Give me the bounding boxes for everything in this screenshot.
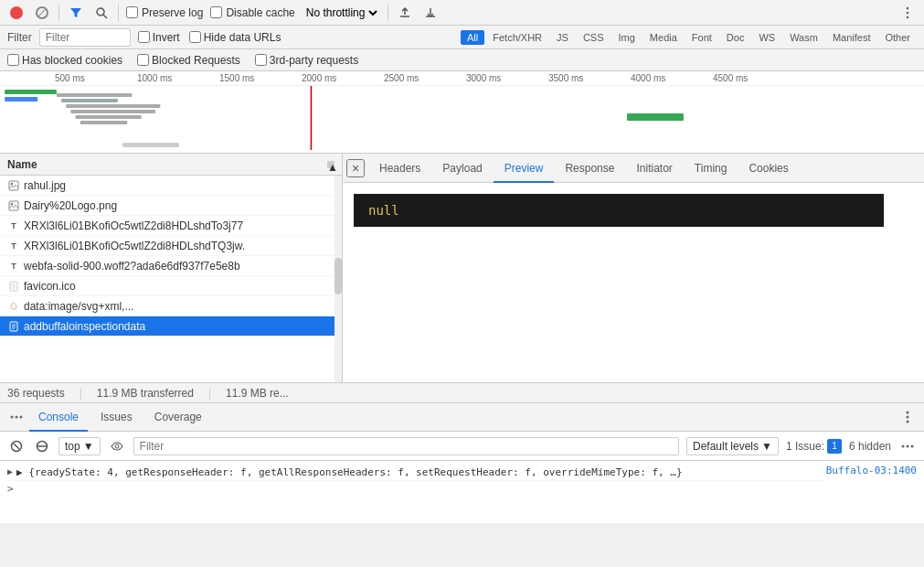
blocked-requests-label[interactable]: Blocked Requests [137, 54, 240, 67]
type-btn-ws[interactable]: WS [752, 30, 781, 45]
scroll-up-btn[interactable]: ▲ [327, 161, 335, 168]
search-button[interactable] [92, 4, 111, 22]
throttle-select[interactable]: No throttling [303, 5, 380, 20]
tab-initiator[interactable]: Initiator [625, 154, 683, 183]
type-btn-other[interactable]: Other [878, 30, 917, 45]
console-prompt[interactable]: > [7, 481, 917, 497]
search-icon [95, 6, 108, 19]
disable-cache-checkbox-label[interactable]: Disable cache [210, 6, 294, 19]
top-context-selector[interactable]: top ▼ [58, 437, 101, 455]
type-btn-fetch-xhr[interactable]: Fetch/XHR [486, 30, 548, 45]
type-btn-doc[interactable]: Doc [720, 30, 751, 45]
filter-input[interactable] [39, 28, 131, 47]
tl-4500: 4500 ms [713, 73, 748, 83]
console-filter-input[interactable] [133, 437, 679, 455]
console-hide-network-button[interactable] [33, 437, 51, 455]
network-list[interactable]: rahul.jpg Dairy%20Logo.png T XRXl3l6Li01… [0, 176, 342, 382]
issue-count-badge[interactable]: 1 [827, 439, 842, 454]
extra-checks-bar: Has blocked cookies Blocked Requests 3rd… [0, 49, 924, 71]
tl-1500: 1500 ms [219, 73, 254, 83]
hide-data-urls-checkbox[interactable] [189, 31, 201, 43]
console-eye-button[interactable] [108, 437, 126, 455]
tl-1000: 1000 ms [137, 73, 172, 83]
disable-cache-checkbox[interactable] [210, 6, 222, 18]
type-btn-js[interactable]: JS [550, 30, 575, 45]
name-column-header: Name [7, 158, 37, 171]
console-more-btn[interactable] [898, 437, 917, 455]
preserve-log-checkbox[interactable] [126, 6, 138, 18]
has-blocked-cookies-label[interactable]: Has blocked cookies [7, 54, 122, 67]
type-btn-font[interactable]: Font [685, 30, 718, 45]
top-label: top [65, 440, 80, 453]
tab-bar: × Headers Payload Preview Response Initi… [343, 154, 924, 183]
main-area: Name ▲ rahul.jpg Dairy%20Logo.png [0, 154, 924, 382]
list-item[interactable]: Dairy%20Logo.png [0, 196, 342, 216]
hide-data-urls-label[interactable]: Hide data URLs [189, 31, 281, 44]
list-item[interactable]: rahul.jpg [0, 176, 342, 196]
list-item[interactable]: T XRXl3l6Li01BKofiOc5wtlZ2di8HDLshdTo3j7… [0, 216, 342, 236]
filter-button[interactable] [67, 4, 85, 22]
tl-2000: 2000 ms [302, 73, 336, 83]
tab-preview[interactable]: Preview [494, 154, 555, 183]
svg-rect-15 [122, 143, 179, 147]
has-blocked-cookies-checkbox[interactable] [7, 54, 19, 66]
tab-cookies[interactable]: Cookies [738, 154, 799, 183]
svg-icon: ⬡ [7, 300, 20, 313]
tab-close-button[interactable]: × [346, 159, 365, 177]
type-btn-img[interactable]: Img [612, 30, 642, 45]
list-item-name: XRXl3l6Li01BKofiOc5wtlZ2di8HDLshdTQ3jw. [24, 240, 245, 252]
preview-panel: × Headers Payload Preview Response Initi… [343, 154, 924, 382]
type-btn-wasm[interactable]: Wasm [783, 30, 824, 45]
buffalo-link[interactable]: Buffalo-03:1400 [826, 465, 917, 476]
type-btn-css[interactable]: CSS [577, 30, 611, 45]
scrollbar-thumb[interactable] [335, 258, 342, 294]
default-levels-selector[interactable]: Default levels ▼ [686, 437, 779, 455]
tab-headers[interactable]: Headers [368, 154, 431, 183]
third-party-checkbox[interactable] [255, 54, 267, 66]
hide-network-icon [36, 440, 48, 453]
console-tab-console[interactable]: Console [29, 402, 88, 432]
download-icon [424, 6, 437, 19]
type-btn-manifest[interactable]: Manifest [826, 30, 877, 45]
svg-rect-6 [5, 97, 37, 102]
top-toolbar: Preserve log Disable cache No throttling [0, 0, 924, 26]
invert-checkbox[interactable] [138, 31, 150, 43]
third-party-label[interactable]: 3rd-party requests [255, 54, 358, 67]
console-more-icon[interactable] [7, 408, 26, 426]
svg-rect-12 [80, 121, 128, 124]
expand-arrow[interactable]: ▶ [7, 466, 13, 476]
list-item[interactable]: favicon.ico [0, 276, 342, 296]
svg-rect-10 [70, 110, 155, 113]
list-item-selected[interactable]: addbuffaloinspectiondata [0, 316, 342, 337]
type-btn-all[interactable]: All [461, 30, 484, 45]
list-item[interactable]: T XRXl3l6Li01BKofiOc5wtlZ2di8HDLshdTQ3jw… [0, 236, 342, 256]
network-list-header: Name ▲ [0, 154, 342, 176]
preserve-log-label: Preserve log [142, 6, 203, 19]
list-item-name: data:image/svg+xml,... [24, 300, 133, 313]
tab-timing[interactable]: Timing [684, 154, 738, 183]
tab-response[interactable]: Response [554, 154, 625, 183]
upload-icon [398, 6, 411, 19]
timeline-svg [0, 86, 924, 150]
console-clear-icon [10, 440, 23, 453]
type-btn-media[interactable]: Media [643, 30, 684, 45]
console-settings-btn[interactable] [898, 408, 917, 426]
svg-rect-5 [5, 90, 57, 94]
upload-button[interactable] [396, 4, 414, 22]
timeline-labels: 500 ms 1000 ms 1500 ms 2000 ms 2500 ms 3… [0, 71, 924, 86]
invert-label[interactable]: Invert [138, 31, 180, 44]
record-button[interactable] [7, 4, 26, 22]
list-item-name: webfa-solid-900.woff2?ada6e6df937f7e5e8b [24, 260, 240, 273]
hidden-count: 6 hidden [849, 440, 891, 453]
list-item[interactable]: ⬡ data:image/svg+xml,... [0, 296, 342, 316]
download-button[interactable] [421, 4, 440, 22]
preserve-log-checkbox-label[interactable]: Preserve log [126, 6, 203, 19]
more-options-button[interactable] [898, 4, 917, 22]
console-tab-issues[interactable]: Issues [91, 402, 142, 432]
tab-payload[interactable]: Payload [431, 154, 493, 183]
clear-button[interactable] [33, 4, 51, 22]
blocked-requests-checkbox[interactable] [137, 54, 149, 66]
console-clear-button[interactable] [7, 437, 26, 455]
console-tab-coverage[interactable]: Coverage [145, 402, 211, 432]
list-item[interactable]: T webfa-solid-900.woff2?ada6e6df937f7e5e… [0, 256, 342, 276]
